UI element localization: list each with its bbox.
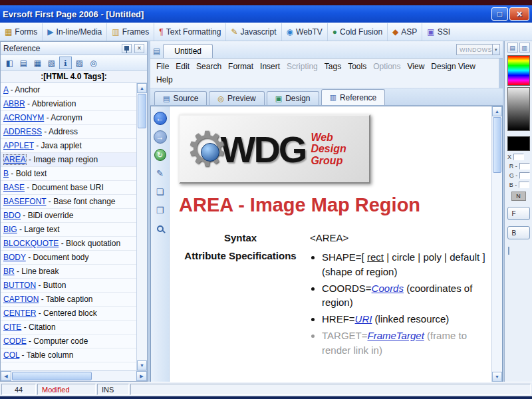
tag-link[interactable]: BLOCKQUOTE xyxy=(3,239,59,248)
foreground-color-button[interactable]: F xyxy=(507,207,530,220)
scroll-left-icon[interactable]: ◀ xyxy=(1,371,11,381)
folder-icon[interactable]: ▧ xyxy=(45,57,58,69)
pin-icon[interactable] xyxy=(122,44,132,53)
menu-item[interactable]: Scripting xyxy=(283,60,321,73)
tag-list-item[interactable]: CAPTION - Table caption xyxy=(1,293,136,307)
toolbar-button[interactable]: ▶ In-line/Media xyxy=(42,23,106,41)
tag-link[interactable]: B xyxy=(3,169,9,178)
menu-item[interactable]: Options xyxy=(370,60,404,73)
tag-list-item[interactable]: COL - Table column xyxy=(1,348,136,362)
rgb-value-box[interactable] xyxy=(519,163,530,170)
view-tab[interactable]: ◎ Preview xyxy=(209,91,264,105)
tags-horizontal-scrollbar[interactable]: ◀ ▶ xyxy=(1,370,147,381)
maximize-button[interactable]: □ xyxy=(491,7,508,21)
toolbar-button[interactable]: ▥ Frames xyxy=(106,23,154,41)
toolbar-button[interactable]: ¶ Text Formatting xyxy=(154,23,225,41)
tag-list-item[interactable]: ACRONYM - Acronym xyxy=(1,111,136,125)
tag-list-item[interactable]: BLOCKQUOTE - Block quotation xyxy=(1,237,136,251)
menu-item[interactable]: Search xyxy=(193,60,225,73)
toolbar-button[interactable]: ▦ Forms xyxy=(0,23,42,41)
attribute-link[interactable]: FrameTarget xyxy=(367,330,424,341)
forward-icon[interactable]: → xyxy=(154,130,167,144)
contents-icon[interactable]: ▤ xyxy=(17,57,30,69)
rgb-value-box[interactable] xyxy=(519,182,529,188)
tag-list-item[interactable]: B - Bold text xyxy=(1,167,136,181)
copy-icon[interactable]: ❏ xyxy=(154,185,167,198)
toolbar-button[interactable]: ▣ SSI xyxy=(422,23,455,41)
close-button[interactable]: × xyxy=(509,7,529,21)
attribute-link[interactable]: URI xyxy=(355,313,372,325)
open-folder-icon[interactable]: ▦ xyxy=(31,57,44,69)
toolbar-button[interactable]: ✎ Javascript xyxy=(225,23,281,41)
tag-list-item[interactable]: A - Anchor xyxy=(1,83,136,97)
chevron-down-icon[interactable]: ▼ xyxy=(492,45,499,55)
palette-icon[interactable]: ▤ xyxy=(507,43,518,53)
info-icon[interactable]: ℹ xyxy=(59,57,72,69)
menu-item[interactable]: Edit xyxy=(172,60,193,73)
menu-item[interactable]: Tags xyxy=(321,60,344,73)
background-color-button[interactable]: B xyxy=(507,226,530,239)
scroll-up-icon[interactable]: ▲ xyxy=(492,106,502,116)
tag-link[interactable]: BASEFONT xyxy=(3,197,46,206)
document-tab[interactable]: Untitled xyxy=(163,44,213,58)
search-icon[interactable]: ◎ xyxy=(87,57,100,69)
tags-scrollbar[interactable]: ▲ ▼ xyxy=(136,83,147,370)
tag-list-item[interactable]: BASEFONT - Base font change xyxy=(1,195,136,209)
tag-link[interactable]: BUTTON xyxy=(3,281,36,290)
tag-link[interactable]: ADDRESS xyxy=(3,127,42,136)
nav-left-icon[interactable]: ◧ xyxy=(3,57,16,69)
scroll-down-icon[interactable]: ▼ xyxy=(492,372,502,382)
view-tab[interactable]: ▣ Design xyxy=(267,91,319,105)
tag-link[interactable]: BDO xyxy=(3,211,21,220)
tag-link[interactable]: ACRONYM xyxy=(3,113,44,122)
index-icon[interactable]: ▨ xyxy=(73,57,86,69)
tag-list-item[interactable]: CITE - Citation xyxy=(1,321,136,334)
tag-list-item[interactable]: CENTER - Centered block xyxy=(1,307,136,321)
n-chip[interactable]: N xyxy=(511,192,526,201)
tag-link[interactable]: BASE xyxy=(3,183,25,192)
color-option-checkbox[interactable] xyxy=(508,247,509,255)
rgb-value-box[interactable] xyxy=(519,172,530,179)
tag-link[interactable]: CENTER xyxy=(3,309,36,318)
tag-link[interactable]: CITE xyxy=(3,323,21,332)
close-panel-button[interactable]: × xyxy=(134,44,144,53)
scroll-right-icon[interactable]: ▶ xyxy=(136,371,147,381)
tag-list-item[interactable]: ADDRESS - Address xyxy=(1,125,136,139)
toolbar-button[interactable]: ◆ ASP xyxy=(387,23,422,41)
tag-link[interactable]: CODE xyxy=(3,336,27,346)
toolbar-button[interactable]: ◉ WebTV xyxy=(281,23,327,41)
tag-link[interactable]: BODY xyxy=(3,253,26,262)
tag-list-item[interactable]: BASE - Document base URI xyxy=(1,181,136,195)
tag-link[interactable]: CAPTION xyxy=(3,295,39,304)
menu-item[interactable]: File xyxy=(153,60,172,73)
windows-dropdown[interactable]: WINDOWS ▼ xyxy=(456,44,500,55)
tag-list-item[interactable]: APPLET - Java applet xyxy=(1,139,136,153)
hex-value-box[interactable] xyxy=(513,154,524,160)
tag-link[interactable]: AREA xyxy=(3,154,27,165)
picker-icon[interactable]: ▥ xyxy=(519,43,530,53)
view-tab[interactable]: ▤ Source xyxy=(154,91,207,105)
view-tab[interactable]: ▥ Reference xyxy=(321,89,386,105)
scroll-thumb[interactable] xyxy=(138,94,146,128)
scroll-thumb[interactable] xyxy=(12,372,92,380)
tag-list-item[interactable]: CODE - Computer code xyxy=(1,334,136,348)
tag-list-item[interactable]: ABBR - Abbreviation xyxy=(1,97,136,111)
page-scrollbar[interactable]: ▲ ▼ xyxy=(491,106,502,382)
tag-link[interactable]: APPLET xyxy=(3,141,34,150)
menu-item[interactable]: Tools xyxy=(344,60,370,73)
edit-icon[interactable]: ✎ xyxy=(154,166,167,180)
menu-item[interactable]: Format xyxy=(225,60,257,73)
attribute-link[interactable]: rect xyxy=(367,251,384,263)
tag-link[interactable]: COL xyxy=(3,350,19,360)
duplicate-icon[interactable]: ❐ xyxy=(154,203,167,217)
menu-item[interactable]: View xyxy=(404,60,428,73)
tag-list-item[interactable]: BUTTON - Button xyxy=(1,279,136,293)
luminance-slider[interactable] xyxy=(507,87,530,131)
tag-list-item[interactable]: BR - Line break xyxy=(1,265,136,279)
tag-list-item[interactable]: BDO - BiDi override xyxy=(1,209,136,223)
tag-list-item[interactable]: AREA - Image map region xyxy=(1,153,136,167)
menu-item[interactable]: Design View xyxy=(428,60,478,73)
tag-link[interactable]: BR xyxy=(3,267,15,276)
scroll-thumb[interactable] xyxy=(493,117,501,173)
scroll-up-icon[interactable]: ▲ xyxy=(137,83,147,93)
